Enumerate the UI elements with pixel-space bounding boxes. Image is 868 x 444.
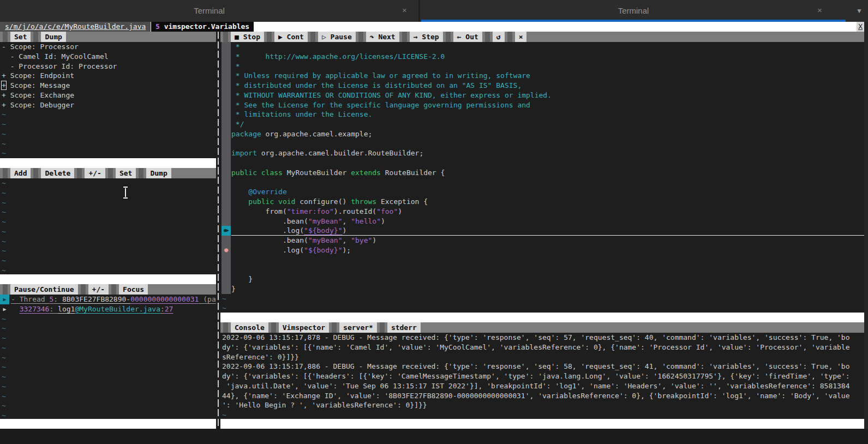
watches-delete[interactable]: Delete: [41, 168, 74, 178]
toolbar-separator: [485, 32, 490, 42]
empty-line-tilde: ~: [0, 411, 216, 419]
toolbar-separator: [267, 32, 272, 42]
console-log-line: 'java.util.Date', 'value': 'Tue Sep 06 1…: [220, 381, 864, 391]
breakpoint-sign-icon[interactable]: ●: [222, 245, 231, 255]
stacktrace-statusline: vimspector.StackTrace [RO] 1,1 All: [0, 419, 216, 429]
tab-vimspector-variables[interactable]: 5 vimspector.Variables: [151, 22, 254, 32]
stacktrace-toolbar: Pause/Continue+/-Focus: [0, 284, 216, 295]
stacktrace-[interactable]: +/-: [88, 284, 109, 295]
code-line: .bean("myBean", "hello"): [220, 217, 864, 226]
variable-tree-item[interactable]: - Camel Id: MyCoolCamel: [0, 52, 216, 62]
debug-[interactable]: ↺: [493, 32, 505, 42]
console-tab-vimspector[interactable]: Vimspector: [279, 322, 329, 333]
active-thread-sign-icon: ▶: [0, 295, 9, 304]
variables-set[interactable]: Set: [10, 32, 31, 42]
empty-line-tilde: ~: [0, 188, 216, 198]
debug-[interactable]: ×: [515, 32, 527, 42]
stacktrace-pause-continue[interactable]: Pause/Continue: [10, 284, 78, 295]
console-tab-server[interactable]: server*: [339, 322, 377, 333]
close-terminal-icon[interactable]: ×: [817, 5, 822, 15]
right-edge-strip: [864, 22, 868, 429]
code-line: from("timer:foo").routeId("foo"): [220, 207, 864, 217]
code-line: * http://www.apache.org/licenses/LICENSE…: [220, 52, 864, 62]
empty-line-tilde: ~: [0, 246, 216, 256]
variables-dump[interactable]: Dump: [41, 32, 65, 42]
toolbar-separator: [380, 322, 385, 333]
empty-line-tilde: ~: [220, 410, 864, 419]
empty-line-tilde: ~: [0, 256, 216, 266]
close-terminal-icon[interactable]: ×: [402, 5, 407, 15]
empty-line-tilde: ~: [0, 110, 216, 119]
empty-line-tilde: ~: [0, 217, 216, 227]
empty-line-tilde: ~: [0, 353, 216, 363]
variable-tree-item[interactable]: - Scope: Processor: [0, 42, 216, 52]
variable-tree-item[interactable]: + Scope: Exchange: [0, 91, 216, 100]
console-log-line: ': 'Hello Begin ? ', 'variablesReference…: [220, 400, 864, 410]
empty-line-tilde: ~: [0, 237, 216, 247]
variable-tree-item[interactable]: + Scope: Debugger: [0, 100, 216, 110]
terminal-menu-dropdown-icon[interactable]: ▼: [856, 7, 863, 15]
debug-pause[interactable]: ▷ Pause: [318, 32, 356, 42]
empty-line-tilde: ~: [0, 323, 216, 333]
empty-line-tilde: ~: [0, 372, 216, 382]
watches-[interactable]: +/-: [85, 168, 105, 178]
toolbar-separator: [310, 32, 315, 42]
debug-step[interactable]: → Step: [410, 32, 443, 42]
empty-line-tilde: ~: [0, 207, 216, 217]
debug-out[interactable]: ← Out: [453, 32, 482, 42]
watches-add[interactable]: Add: [10, 168, 31, 178]
program-counter-breakpoint-sign-icon[interactable]: ●▶: [222, 226, 231, 236]
watches-set[interactable]: Set: [116, 168, 136, 178]
empty-line-tilde: ~: [0, 119, 216, 129]
debug-next[interactable]: ↷ Next: [366, 32, 399, 42]
empty-line-tilde: ~: [220, 294, 864, 304]
stacktrace-focus[interactable]: Focus: [119, 284, 148, 295]
watches-statusline: vimspector.Watches 0,0-1 All: [0, 274, 216, 284]
terminal-tab-right[interactable]: Terminal ×: [420, 0, 847, 22]
console-log-line: dy': {'variables': [{'headers': [{'key':…: [220, 371, 864, 381]
watches-dump[interactable]: Dump: [146, 168, 171, 178]
terminal-tab-title: Terminal: [420, 6, 847, 15]
debug-cont[interactable]: ▶ Cont: [274, 32, 308, 42]
variable-tree-item[interactable]: - Processor Id: Processor: [0, 62, 216, 71]
code-line: }: [220, 284, 864, 294]
empty-line-tilde: ~: [0, 148, 216, 158]
toolbar-separator: [446, 32, 451, 42]
variable-tree-item[interactable]: + Scope: Endpoint: [0, 71, 216, 81]
console-tabbar: ConsoleVimspectorserver*stderr: [220, 322, 864, 333]
toolbar-separator: [223, 32, 228, 42]
code-line: * WITHOUT WARRANTIES OR CONDITIONS OF AN…: [220, 91, 864, 100]
code-line: [220, 255, 864, 265]
empty-line-tilde: ~: [0, 129, 216, 139]
code-line: * See the License for the specific langu…: [220, 100, 864, 110]
toolbar-separator: [139, 168, 143, 178]
vim-tabline: s/m/j/o/a/c/e/MyRouteBuilder.java 5 vims…: [0, 22, 868, 32]
code-line: [220, 139, 864, 149]
toolbar-separator: [271, 322, 276, 333]
variable-tree-item[interactable]: + Scope: Message: [0, 81, 216, 91]
empty-line-tilde: ~: [0, 362, 216, 372]
console-tab-stderr[interactable]: stderr: [387, 322, 421, 333]
console-tab-console[interactable]: Console: [231, 322, 268, 333]
code-line: package org.apache.camel.example;: [220, 129, 864, 139]
vim-command-line[interactable]: [0, 429, 868, 444]
tabline-close-icon[interactable]: X: [857, 22, 864, 32]
toolbar-separator: [507, 32, 512, 42]
empty-line-tilde: ~: [0, 392, 216, 401]
stack-frame[interactable]: - Thread 5: 8B03FE27FB82890-000000000000…: [0, 295, 216, 304]
debug-stop[interactable]: ■ Stop: [231, 32, 264, 42]
code-line: @Override: [220, 187, 864, 197]
vim-vimspector-screen: Terminal × Terminal × ▼ s/m/j/o/a/c/e/My…: [0, 0, 868, 444]
stack-frame[interactable]: 3327346: log1@MyRouteBuilder.java:27: [0, 304, 216, 314]
console-log-line: 44}, {'name': 'Exchange ID', 'value': '8…: [220, 391, 864, 401]
variables-statusline: vimspector.Variables [RO] 5,1 All: [0, 158, 216, 168]
empty-line-tilde: ~: [0, 401, 216, 411]
sign-column[interactable]: [222, 42, 231, 294]
tab-myroutebuilder-java[interactable]: s/m/j/o/a/c/e/MyRouteBuilder.java: [0, 22, 151, 32]
terminal-tab-title: Terminal: [0, 6, 418, 15]
terminal-tab-left[interactable]: Terminal ×: [0, 0, 418, 22]
mouse-cursor-ibeam: [122, 187, 129, 199]
code-line: *: [220, 62, 864, 71]
toolbar-separator: [3, 284, 8, 295]
window-vertical-separator[interactable]: [216, 32, 220, 429]
